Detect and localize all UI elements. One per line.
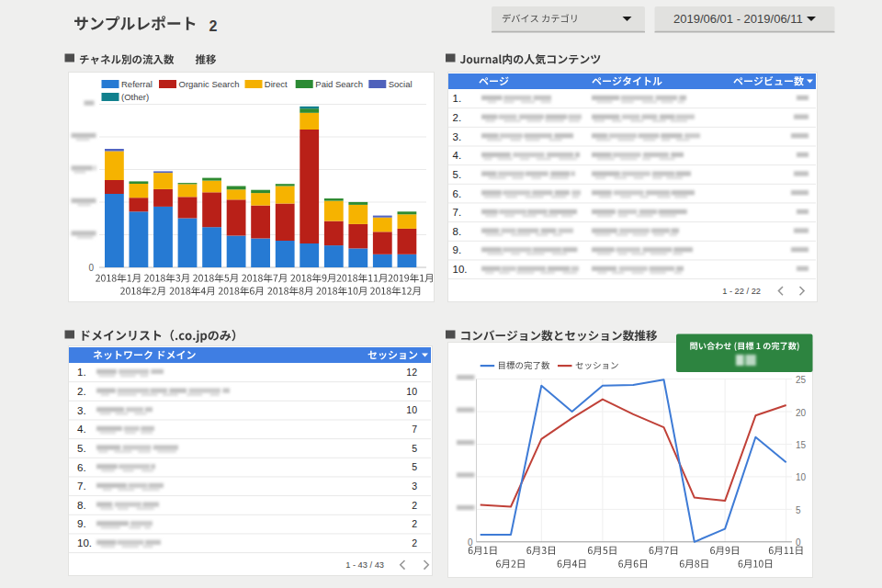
svg-text:15: 15 (796, 440, 807, 450)
svg-text:1 - 43 / 43: 1 - 43 / 43 (345, 560, 384, 570)
svg-text:2: 2 (412, 518, 417, 529)
svg-text:2: 2 (412, 500, 417, 511)
svg-text:10: 10 (406, 386, 417, 397)
svg-text:Direct: Direct (265, 79, 288, 89)
svg-text:1.: 1. (453, 93, 462, 104)
svg-text:8.: 8. (453, 226, 462, 237)
svg-text:Social: Social (389, 79, 413, 89)
svg-text:10.: 10. (453, 264, 468, 275)
svg-text:6.: 6. (453, 188, 462, 199)
svg-text:25: 25 (796, 375, 807, 385)
svg-text:8.: 8. (77, 500, 86, 511)
svg-text:7: 7 (412, 424, 417, 435)
svg-text:6.: 6. (77, 462, 86, 473)
svg-text:5: 5 (796, 505, 801, 515)
svg-text:5: 5 (412, 443, 417, 454)
svg-text:2.: 2. (77, 386, 86, 397)
svg-text:10.: 10. (77, 537, 92, 548)
svg-text:4.: 4. (77, 424, 86, 435)
svg-text:1.: 1. (77, 367, 86, 378)
svg-text:2019/06/01 - 2019/06/11: 2019/06/01 - 2019/06/11 (673, 12, 803, 26)
svg-text:1 - 22 / 22: 1 - 22 / 22 (722, 287, 761, 296)
svg-text:5.: 5. (453, 169, 462, 180)
svg-text:20: 20 (796, 408, 807, 418)
svg-text:2: 2 (209, 18, 218, 34)
svg-text:7.: 7. (453, 207, 462, 218)
svg-text:9.: 9. (77, 518, 86, 529)
svg-text:3: 3 (412, 481, 417, 492)
svg-text:Referral: Referral (121, 79, 153, 89)
svg-text:Organic Search: Organic Search (179, 79, 240, 89)
svg-text:0: 0 (468, 537, 473, 548)
svg-text:(Other): (Other) (121, 92, 149, 102)
svg-text:0: 0 (796, 537, 801, 548)
svg-text:5.: 5. (77, 443, 86, 454)
svg-text:10: 10 (796, 472, 807, 482)
svg-text:7.: 7. (77, 481, 86, 492)
svg-text:2: 2 (412, 537, 417, 548)
svg-text:Paid Search: Paid Search (315, 79, 363, 89)
svg-text:4.: 4. (453, 150, 462, 161)
svg-text:12: 12 (406, 367, 417, 378)
svg-text:0: 0 (88, 263, 94, 273)
svg-text:3.: 3. (453, 131, 462, 142)
svg-text:5: 5 (412, 461, 417, 472)
svg-text:3.: 3. (77, 405, 86, 416)
svg-text:10: 10 (406, 404, 417, 415)
svg-text:9.: 9. (453, 244, 462, 255)
svg-text:2.: 2. (453, 112, 462, 123)
